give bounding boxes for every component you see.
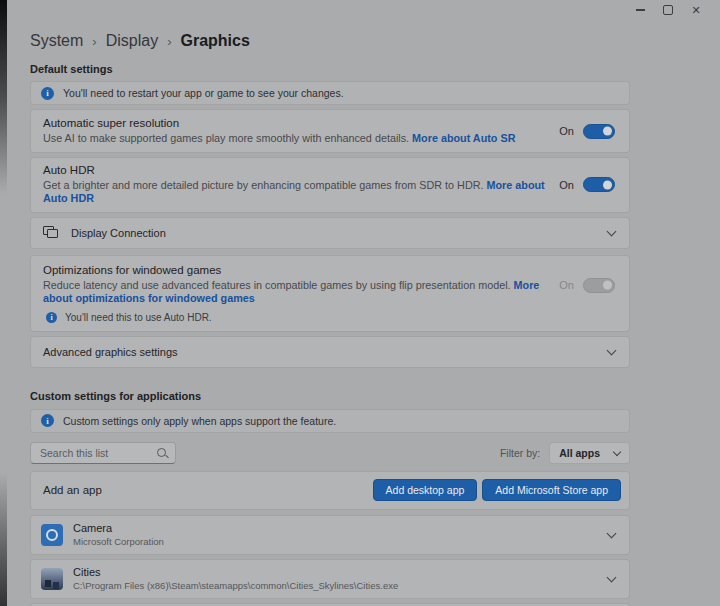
auto-sr-toggle-wrap: On — [559, 124, 615, 139]
search-input[interactable] — [31, 443, 175, 463]
auto-hdr-description: Get a brighter and more detailed picture… — [43, 179, 545, 206]
advanced-graphics-label: Advanced graphics settings — [43, 346, 178, 358]
filter-dropdown[interactable]: All apps — [549, 442, 630, 464]
auto-sr-link[interactable]: More about Auto SR — [412, 132, 515, 144]
breadcrumb-system[interactable]: System — [30, 32, 83, 50]
windowed-games-toggle-wrap: On — [559, 278, 615, 293]
restart-info-text: You'll need to restart your app or game … — [63, 87, 344, 99]
info-icon: i — [41, 414, 54, 427]
add-store-app-button[interactable]: Add Microsoft Store app — [482, 479, 621, 501]
app-row[interactable]: Cities C:\Program Files (x86)\Steam\stea… — [30, 559, 630, 599]
custom-settings-banner-text: Custom settings only apply when apps sup… — [63, 415, 336, 427]
add-desktop-app-button[interactable]: Add desktop app — [373, 479, 478, 501]
app-row[interactable]: Camera Microsoft Corporation — [30, 515, 630, 555]
default-settings-heading: Default settings — [30, 63, 630, 75]
app-list: Camera Microsoft Corporation Cities C:\P… — [30, 515, 630, 606]
chevron-down-icon — [613, 448, 621, 456]
chevron-down-icon — [607, 528, 617, 538]
auto-hdr-toggle-wrap: On — [559, 177, 615, 192]
close-icon: ✕ — [691, 5, 700, 16]
windowed-games-description: Reduce latency and use advanced features… — [43, 279, 545, 306]
filter-by-label: Filter by: — [500, 447, 540, 459]
breadcrumb-separator-icon: › — [167, 34, 171, 49]
windowed-games-card: Optimizations for windowed games Reduce … — [30, 255, 630, 332]
app-list-toolbar: Filter by: All apps — [30, 442, 630, 464]
app-detail: C:\Program Files (x86)\Steam\steamapps\c… — [73, 580, 398, 591]
auto-hdr-card: Auto HDR Get a brighter and more detaile… — [30, 157, 630, 213]
titlebar: ✕ — [0, 0, 720, 20]
app-icon — [41, 568, 63, 590]
add-app-label: Add an app — [43, 484, 102, 496]
app-name: Camera — [73, 522, 164, 534]
settings-window: ✕ System › Display › Graphics Default se… — [0, 0, 720, 606]
auto-hdr-toggle[interactable] — [583, 177, 615, 192]
app-detail: Microsoft Corporation — [73, 536, 164, 547]
display-connection-expander[interactable]: Display Connection — [30, 217, 630, 249]
display-connection-icon — [43, 226, 59, 239]
minimize-icon — [636, 9, 645, 10]
auto-hdr-toggle-state: On — [559, 179, 574, 191]
app-icon — [41, 524, 63, 546]
chevron-down-icon — [607, 345, 617, 355]
windowed-games-title: Optimizations for windowed games — [43, 264, 545, 276]
close-button[interactable]: ✕ — [682, 1, 710, 19]
auto-sr-description: Use AI to make supported games play more… — [43, 132, 545, 145]
windowed-games-toggle — [583, 278, 615, 293]
auto-sr-toggle-state: On — [559, 125, 574, 137]
restart-info-banner: i You'll need to restart your app or gam… — [30, 81, 630, 105]
page-content: System › Display › Graphics Default sett… — [0, 32, 630, 606]
windowed-games-note: i You'll need this to use Auto HDR. — [46, 312, 545, 323]
custom-settings-banner: i Custom settings only apply when apps s… — [30, 409, 630, 433]
chevron-down-icon — [607, 227, 617, 237]
custom-settings-heading: Custom settings for applications — [30, 390, 630, 402]
breadcrumb: System › Display › Graphics — [30, 32, 630, 50]
app-name: Cities — [73, 566, 398, 578]
auto-sr-toggle[interactable] — [583, 124, 615, 139]
filter-area: Filter by: All apps — [500, 442, 630, 464]
auto-sr-card: Automatic super resolution Use AI to mak… — [30, 109, 630, 153]
info-icon: i — [46, 312, 57, 323]
minimize-button[interactable] — [626, 1, 654, 19]
info-icon: i — [41, 87, 54, 100]
search-box — [30, 442, 176, 464]
add-app-row: Add an app Add desktop app Add Microsoft… — [30, 471, 630, 510]
windowed-games-toggle-state: On — [559, 279, 574, 291]
filter-selected-value: All apps — [559, 447, 600, 459]
auto-sr-title: Automatic super resolution — [43, 117, 545, 129]
chevron-down-icon — [607, 572, 617, 582]
display-connection-label: Display Connection — [71, 227, 166, 239]
maximize-button[interactable] — [654, 1, 682, 19]
maximize-icon — [663, 5, 673, 15]
search-icon[interactable] — [157, 448, 166, 457]
auto-hdr-title: Auto HDR — [43, 164, 545, 176]
breadcrumb-separator-icon: › — [92, 34, 96, 49]
screen-edge-strip — [0, 0, 7, 606]
advanced-graphics-expander[interactable]: Advanced graphics settings — [30, 336, 630, 368]
breadcrumb-display[interactable]: Display — [106, 32, 158, 50]
page-title: Graphics — [181, 32, 250, 50]
